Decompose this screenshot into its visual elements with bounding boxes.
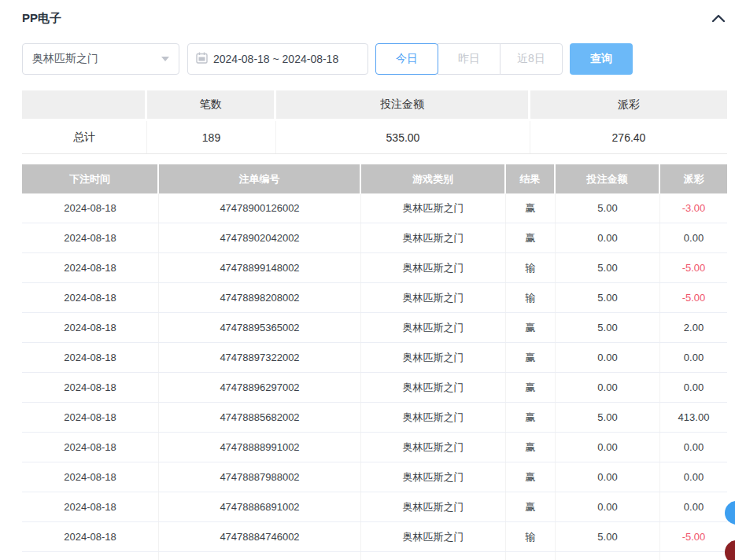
cell-payout: 2.00 bbox=[660, 313, 727, 342]
table-body: 2024-08-18 47478900126002 奥林匹斯之门 赢 5.00 … bbox=[22, 193, 727, 552]
cell-bet-time: 2024-08-18 bbox=[22, 193, 159, 223]
summary-total-label: 总计 bbox=[22, 121, 147, 153]
table-row: 2024-08-18 47478896297002 奥林匹斯之门 赢 0.00 … bbox=[22, 373, 727, 403]
cell-bet-id: 47478886891002 bbox=[159, 492, 361, 521]
cell-bet-id: 47478887988002 bbox=[159, 462, 361, 492]
cell-game-category: 奥林匹斯之门 bbox=[361, 223, 506, 252]
cell-bet-time: 2024-08-18 bbox=[22, 343, 159, 372]
cell-bet-time: 2024-08-18 bbox=[22, 283, 159, 312]
cell-result: 输 bbox=[506, 283, 556, 312]
cell-game-category: 奥林匹斯之门 bbox=[361, 343, 506, 372]
cell-bet-amount: 0.00 bbox=[556, 223, 660, 252]
cell-bet-id: 47478884746002 bbox=[159, 522, 361, 551]
cell-bet-time: 2024-08-18 bbox=[22, 433, 159, 462]
summary-header-payout: 派彩 bbox=[530, 90, 727, 119]
summary-total-row: 总计 189 535.00 276.40 bbox=[22, 121, 727, 154]
header-bet-time: 下注时间 bbox=[22, 164, 159, 193]
cell-bet-id: 47478888991002 bbox=[159, 433, 361, 462]
cell-payout: -5.00 bbox=[660, 283, 727, 312]
cell-bet-amount: 5.00 bbox=[556, 253, 660, 282]
table-row: 2024-08-18 47478887988002 奥林匹斯之门 赢 0.00 … bbox=[22, 462, 727, 492]
cell-result: 赢 bbox=[506, 343, 556, 372]
table-row: 2024-08-18 47478895365002 奥林匹斯之门 赢 5.00 … bbox=[22, 313, 727, 343]
date-range-input[interactable]: 2024-08-18 ~ 2024-08-18 bbox=[187, 43, 368, 75]
header-bet-id: 注单编号 bbox=[159, 164, 361, 193]
cell-bet-amount: 5.00 bbox=[556, 313, 660, 342]
game-select-value: 奥林匹斯之门 bbox=[32, 52, 161, 66]
cell-game-category: 奥林匹斯之门 bbox=[361, 313, 506, 342]
cell-bet-id: 47478896297002 bbox=[159, 373, 361, 402]
summary-header-bet-amount: 投注金额 bbox=[276, 90, 530, 119]
cell-bet-amount: 5.00 bbox=[556, 283, 660, 312]
table-row: 2024-08-18 47478902042002 奥林匹斯之门 赢 0.00 … bbox=[22, 223, 727, 253]
cell-bet-id: 47478897322002 bbox=[159, 343, 361, 372]
table-row: 2024-08-18 47478897322002 奥林匹斯之门 赢 0.00 … bbox=[22, 343, 727, 373]
cell-bet-amount: 5.00 bbox=[556, 403, 660, 432]
cell-bet-time: 2024-08-18 bbox=[22, 313, 159, 342]
cell-game-category: 奥林匹斯之门 bbox=[361, 373, 506, 402]
cell-result: 输 bbox=[506, 253, 556, 282]
summary-header-count: 笔数 bbox=[147, 90, 276, 119]
cell-bet-id: 47478898208002 bbox=[159, 283, 361, 312]
date-range-value: 2024-08-18 ~ 2024-08-18 bbox=[213, 53, 338, 65]
cell-bet-id: 47478900126002 bbox=[159, 193, 361, 223]
cell-payout: 413.00 bbox=[660, 403, 727, 432]
table-row: 2024-08-18 47478898208002 奥林匹斯之门 输 5.00 … bbox=[22, 283, 727, 313]
cell-bet-amount: 0.00 bbox=[556, 373, 660, 402]
cell-game-category: 奥林匹斯之门 bbox=[361, 253, 506, 282]
cell-bet-amount: 5.00 bbox=[556, 193, 660, 223]
cell-payout: 0.00 bbox=[660, 462, 727, 492]
tab-today[interactable]: 今日 bbox=[375, 43, 438, 75]
summary-bet-amount-value: 535.00 bbox=[276, 121, 530, 153]
filter-bar: 奥林匹斯之门 2024-08-18 ~ 2024-08-18 今日 昨日 近8日… bbox=[22, 43, 633, 75]
game-select[interactable]: 奥林匹斯之门 bbox=[22, 43, 179, 75]
table-row: 2024-08-18 47478884746002 奥林匹斯之门 输 5.00 … bbox=[22, 522, 727, 552]
summary-header-blank bbox=[22, 90, 147, 119]
cell-bet-id: 47478899148002 bbox=[159, 253, 361, 282]
cell-bet-amount: 0.00 bbox=[556, 462, 660, 492]
cell-bet-time: 2024-08-18 bbox=[22, 373, 159, 402]
cell-result: 赢 bbox=[506, 313, 556, 342]
cell-bet-id: 47478895365002 bbox=[159, 313, 361, 342]
tab-last-8-days[interactable]: 近8日 bbox=[500, 43, 563, 75]
cell-result: 赢 bbox=[506, 193, 556, 223]
cell-payout: 0.00 bbox=[660, 343, 727, 372]
caret-down-icon bbox=[161, 57, 169, 61]
cell-payout: -5.00 bbox=[660, 522, 727, 551]
cell-payout: 0.00 bbox=[660, 433, 727, 462]
cell-bet-time: 2024-08-18 bbox=[22, 253, 159, 282]
header-game-category: 游戏类别 bbox=[361, 164, 506, 193]
cell-bet-amount: 0.00 bbox=[556, 492, 660, 521]
quick-range-group: 今日 昨日 近8日 bbox=[375, 43, 563, 75]
cell-result: 输 bbox=[506, 522, 556, 551]
cell-game-category: 奥林匹斯之门 bbox=[361, 462, 506, 492]
summary-payout-value: 276.40 bbox=[530, 121, 727, 153]
cell-result: 赢 bbox=[506, 373, 556, 402]
cell-result: 赢 bbox=[506, 403, 556, 432]
header-result: 结果 bbox=[506, 164, 556, 193]
calendar-icon bbox=[196, 52, 213, 66]
cell-bet-time: 2024-08-18 bbox=[22, 492, 159, 521]
collapse-button[interactable] bbox=[710, 13, 727, 24]
cell-bet-amount: 0.00 bbox=[556, 433, 660, 462]
cell-payout: 0.00 bbox=[660, 373, 727, 402]
cell-bet-time: 2024-08-18 bbox=[22, 522, 159, 551]
chevron-up-icon bbox=[711, 13, 726, 25]
query-button[interactable]: 查询 bbox=[570, 43, 633, 75]
cell-result: 赢 bbox=[506, 433, 556, 462]
table-row: 2024-08-18 47478886891002 奥林匹斯之门 赢 0.00 … bbox=[22, 492, 727, 522]
table-row-partial bbox=[22, 552, 727, 560]
table-row: 2024-08-18 47478899148002 奥林匹斯之门 输 5.00 … bbox=[22, 253, 727, 283]
records-header-row: 下注时间 注单编号 游戏类别 结果 投注金额 派彩 bbox=[22, 164, 727, 193]
cell-bet-amount: 0.00 bbox=[556, 343, 660, 372]
cell-result: 赢 bbox=[506, 492, 556, 521]
cell-game-category: 奥林匹斯之门 bbox=[361, 403, 506, 432]
panel-header: PP电子 bbox=[22, 11, 727, 26]
cell-game-category: 奥林匹斯之门 bbox=[361, 193, 506, 223]
cell-bet-id: 47478902042002 bbox=[159, 223, 361, 252]
header-payout: 派彩 bbox=[660, 164, 727, 193]
table-row: 2024-08-18 47478888991002 奥林匹斯之门 赢 0.00 … bbox=[22, 433, 727, 462]
summary-table: 笔数 投注金额 派彩 总计 189 535.00 276.40 bbox=[22, 90, 727, 154]
tab-yesterday[interactable]: 昨日 bbox=[438, 43, 500, 75]
cell-payout: 0.00 bbox=[660, 223, 727, 252]
